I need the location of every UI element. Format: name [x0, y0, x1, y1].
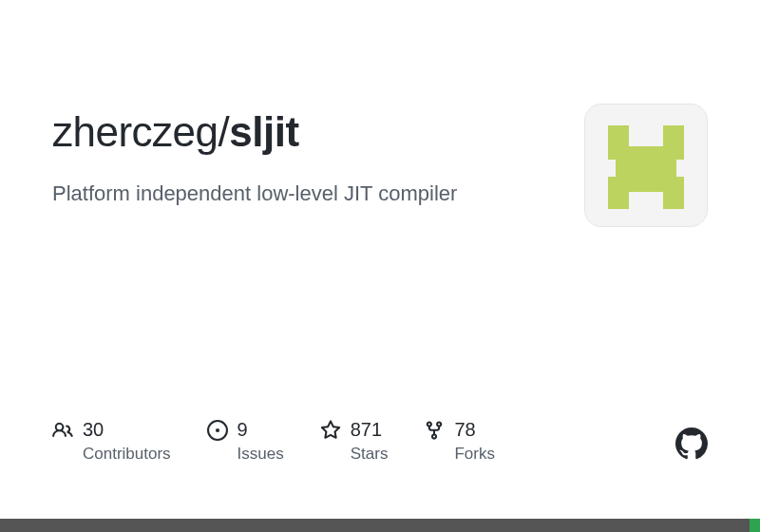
- stat-contributors[interactable]: 30 Contributors: [52, 418, 171, 464]
- repo-owner: zherczeg: [52, 108, 218, 155]
- stat-label: Contributors: [83, 444, 171, 464]
- stats-row: 30 Contributors 9 Issues 871 Stars 78 Fo…: [52, 418, 708, 464]
- lang-segment-primary: [0, 519, 750, 532]
- stat-value: 9: [238, 418, 284, 442]
- avatar[interactable]: [584, 104, 708, 227]
- stat-text: 30 Contributors: [83, 418, 171, 464]
- stat-stars[interactable]: 871 Stars: [320, 418, 389, 464]
- avatar-icon: [598, 118, 694, 213]
- stat-text: 9 Issues: [238, 418, 284, 464]
- card-content: zherczeg/sljit Platform independent low-…: [0, 0, 760, 227]
- stat-issues[interactable]: 9 Issues: [207, 418, 284, 464]
- lang-segment-secondary: [750, 519, 760, 532]
- github-logo-icon[interactable]: [675, 428, 708, 460]
- svg-rect-6: [663, 184, 684, 209]
- star-icon: [320, 420, 341, 441]
- header-row: zherczeg/sljit Platform independent low-…: [52, 109, 708, 227]
- people-icon: [52, 420, 73, 441]
- issue-icon: [207, 420, 228, 441]
- stat-forks[interactable]: 78 Forks: [424, 418, 495, 464]
- stat-value: 30: [83, 418, 171, 442]
- repo-title[interactable]: zherczeg/sljit: [52, 109, 584, 155]
- stat-text: 871 Stars: [351, 418, 389, 464]
- stat-value: 78: [454, 418, 495, 442]
- stat-label: Stars: [351, 444, 389, 464]
- stat-label: Forks: [454, 444, 495, 464]
- svg-rect-3: [598, 160, 616, 177]
- repo-name: sljit: [229, 108, 298, 155]
- repo-description: Platform independent low-level JIT compi…: [52, 181, 584, 206]
- fork-icon: [424, 420, 445, 441]
- stat-value: 871: [351, 418, 389, 442]
- stat-label: Issues: [238, 444, 284, 464]
- language-bar: [0, 519, 760, 532]
- svg-rect-4: [676, 160, 694, 177]
- title-block: zherczeg/sljit Platform independent low-…: [52, 109, 584, 206]
- stat-text: 78 Forks: [454, 418, 495, 464]
- slash: /: [218, 108, 230, 155]
- svg-rect-5: [608, 184, 629, 209]
